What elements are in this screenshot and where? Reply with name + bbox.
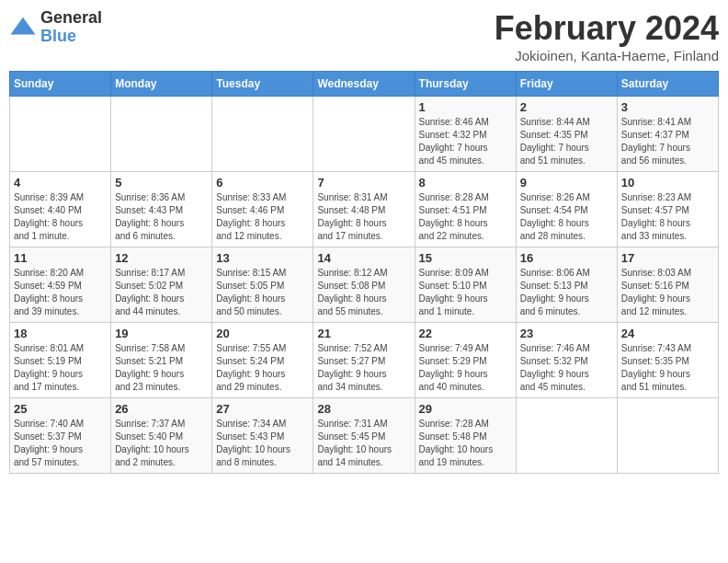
day-number: 1 [419, 100, 512, 114]
calendar-cell: 10Sunrise: 8:23 AM Sunset: 4:57 PM Dayli… [617, 172, 718, 247]
calendar-body: 1Sunrise: 8:46 AM Sunset: 4:32 PM Daylig… [10, 97, 719, 474]
day-info: Sunrise: 7:55 AM Sunset: 5:24 PM Dayligh… [216, 342, 309, 394]
logo-text: General Blue [40, 9, 102, 46]
day-number: 26 [115, 402, 208, 416]
day-number: 10 [621, 176, 714, 190]
day-number: 29 [419, 402, 512, 416]
header-row: SundayMondayTuesdayWednesdayThursdayFrid… [10, 72, 719, 97]
day-number: 18 [14, 327, 107, 340]
header-day-thursday: Thursday [415, 72, 516, 97]
calendar-cell: 19Sunrise: 7:58 AM Sunset: 5:21 PM Dayli… [111, 323, 212, 398]
calendar-cell: 11Sunrise: 8:20 AM Sunset: 4:59 PM Dayli… [10, 247, 111, 323]
calendar-cell: 18Sunrise: 8:01 AM Sunset: 5:19 PM Dayli… [10, 323, 111, 398]
day-info: Sunrise: 8:41 AM Sunset: 4:37 PM Dayligh… [621, 116, 714, 167]
calendar-cell: 25Sunrise: 7:40 AM Sunset: 5:37 PM Dayli… [10, 398, 111, 474]
day-number: 20 [216, 327, 309, 340]
day-number: 9 [520, 176, 613, 190]
calendar-cell: 27Sunrise: 7:34 AM Sunset: 5:43 PM Dayli… [212, 398, 313, 474]
calendar-cell: 20Sunrise: 7:55 AM Sunset: 5:24 PM Dayli… [212, 323, 313, 398]
calendar-cell: 4Sunrise: 8:39 AM Sunset: 4:40 PM Daylig… [10, 172, 111, 247]
day-info: Sunrise: 7:31 AM Sunset: 5:45 PM Dayligh… [317, 418, 410, 469]
day-info: Sunrise: 8:28 AM Sunset: 4:51 PM Dayligh… [419, 191, 512, 243]
calendar-cell: 24Sunrise: 7:43 AM Sunset: 5:35 PM Dayli… [617, 323, 718, 398]
calendar-title: February 2024 [495, 9, 719, 48]
day-number: 5 [115, 176, 208, 190]
logo: General Blue [9, 9, 102, 46]
day-info: Sunrise: 8:12 AM Sunset: 5:08 PM Dayligh… [317, 267, 410, 318]
day-number: 23 [520, 327, 613, 340]
calendar-header: SundayMondayTuesdayWednesdayThursdayFrid… [10, 72, 719, 97]
day-info: Sunrise: 7:46 AM Sunset: 5:32 PM Dayligh… [520, 342, 613, 394]
week-row-4: 25Sunrise: 7:40 AM Sunset: 5:37 PM Dayli… [10, 398, 719, 474]
day-info: Sunrise: 8:23 AM Sunset: 4:57 PM Dayligh… [621, 191, 714, 243]
title-area: February 2024 Jokioinen, Kanta-Haeme, Fi… [495, 9, 719, 63]
header-day-friday: Friday [516, 72, 617, 97]
day-info: Sunrise: 7:52 AM Sunset: 5:27 PM Dayligh… [317, 342, 410, 394]
day-info: Sunrise: 8:46 AM Sunset: 4:32 PM Dayligh… [419, 116, 512, 167]
day-number: 4 [14, 176, 107, 190]
day-number: 21 [317, 327, 410, 340]
calendar-cell: 13Sunrise: 8:15 AM Sunset: 5:05 PM Dayli… [212, 247, 313, 323]
header-day-wednesday: Wednesday [313, 72, 415, 97]
calendar-cell: 15Sunrise: 8:09 AM Sunset: 5:10 PM Dayli… [415, 247, 516, 323]
day-info: Sunrise: 8:01 AM Sunset: 5:19 PM Dayligh… [14, 342, 107, 394]
week-row-0: 1Sunrise: 8:46 AM Sunset: 4:32 PM Daylig… [10, 97, 719, 172]
day-info: Sunrise: 8:26 AM Sunset: 4:54 PM Dayligh… [520, 191, 613, 243]
day-number: 27 [216, 402, 309, 416]
calendar-cell [516, 398, 617, 474]
calendar-cell: 28Sunrise: 7:31 AM Sunset: 5:45 PM Dayli… [313, 398, 415, 474]
day-info: Sunrise: 8:39 AM Sunset: 4:40 PM Dayligh… [14, 191, 107, 243]
calendar-table: SundayMondayTuesdayWednesdayThursdayFrid… [9, 71, 719, 474]
calendar-cell: 29Sunrise: 7:28 AM Sunset: 5:48 PM Dayli… [415, 398, 516, 474]
calendar-cell: 14Sunrise: 8:12 AM Sunset: 5:08 PM Dayli… [313, 247, 415, 323]
day-info: Sunrise: 8:44 AM Sunset: 4:35 PM Dayligh… [520, 116, 613, 167]
week-row-3: 18Sunrise: 8:01 AM Sunset: 5:19 PM Dayli… [10, 323, 719, 398]
calendar-cell: 8Sunrise: 8:28 AM Sunset: 4:51 PM Daylig… [415, 172, 516, 247]
day-info: Sunrise: 8:15 AM Sunset: 5:05 PM Dayligh… [216, 267, 309, 318]
day-number: 22 [419, 327, 512, 340]
day-info: Sunrise: 7:34 AM Sunset: 5:43 PM Dayligh… [216, 418, 309, 469]
calendar-subtitle: Jokioinen, Kanta-Haeme, Finland [495, 48, 719, 63]
day-info: Sunrise: 8:03 AM Sunset: 5:16 PM Dayligh… [621, 267, 714, 318]
day-number: 3 [621, 100, 714, 114]
day-number: 11 [14, 251, 107, 265]
calendar-cell: 12Sunrise: 8:17 AM Sunset: 5:02 PM Dayli… [111, 247, 212, 323]
day-info: Sunrise: 8:06 AM Sunset: 5:13 PM Dayligh… [520, 267, 613, 318]
logo-blue: Blue [40, 28, 102, 46]
day-number: 15 [419, 251, 512, 265]
calendar-cell [111, 97, 212, 172]
day-number: 8 [419, 176, 512, 190]
calendar-cell: 7Sunrise: 8:31 AM Sunset: 4:48 PM Daylig… [313, 172, 415, 247]
day-info: Sunrise: 8:20 AM Sunset: 4:59 PM Dayligh… [14, 267, 107, 318]
svg-marker-0 [11, 17, 36, 35]
calendar-cell: 16Sunrise: 8:06 AM Sunset: 5:13 PM Dayli… [516, 247, 617, 323]
day-number: 16 [520, 251, 613, 265]
day-number: 12 [115, 251, 208, 265]
logo-general: General [40, 9, 102, 28]
day-info: Sunrise: 7:58 AM Sunset: 5:21 PM Dayligh… [115, 342, 208, 394]
calendar-cell: 22Sunrise: 7:49 AM Sunset: 5:29 PM Dayli… [415, 323, 516, 398]
day-info: Sunrise: 8:36 AM Sunset: 4:43 PM Dayligh… [115, 191, 208, 243]
calendar-cell: 3Sunrise: 8:41 AM Sunset: 4:37 PM Daylig… [617, 97, 718, 172]
day-number: 7 [317, 176, 410, 190]
day-info: Sunrise: 7:43 AM Sunset: 5:35 PM Dayligh… [621, 342, 714, 394]
logo-icon [9, 14, 37, 41]
calendar-cell: 23Sunrise: 7:46 AM Sunset: 5:32 PM Dayli… [516, 323, 617, 398]
day-info: Sunrise: 8:33 AM Sunset: 4:46 PM Dayligh… [216, 191, 309, 243]
header-day-tuesday: Tuesday [212, 72, 313, 97]
day-info: Sunrise: 7:28 AM Sunset: 5:48 PM Dayligh… [419, 418, 512, 469]
day-number: 28 [317, 402, 410, 416]
calendar-cell: 2Sunrise: 8:44 AM Sunset: 4:35 PM Daylig… [516, 97, 617, 172]
calendar-cell: 1Sunrise: 8:46 AM Sunset: 4:32 PM Daylig… [415, 97, 516, 172]
day-number: 25 [14, 402, 107, 416]
day-number: 2 [520, 100, 613, 114]
week-row-1: 4Sunrise: 8:39 AM Sunset: 4:40 PM Daylig… [10, 172, 719, 247]
header-day-monday: Monday [111, 72, 212, 97]
day-info: Sunrise: 7:40 AM Sunset: 5:37 PM Dayligh… [14, 418, 107, 469]
day-info: Sunrise: 7:49 AM Sunset: 5:29 PM Dayligh… [419, 342, 512, 394]
day-info: Sunrise: 7:37 AM Sunset: 5:40 PM Dayligh… [115, 418, 208, 469]
day-info: Sunrise: 8:17 AM Sunset: 5:02 PM Dayligh… [115, 267, 208, 318]
calendar-cell: 17Sunrise: 8:03 AM Sunset: 5:16 PM Dayli… [617, 247, 718, 323]
day-number: 6 [216, 176, 309, 190]
header-day-saturday: Saturday [617, 72, 718, 97]
